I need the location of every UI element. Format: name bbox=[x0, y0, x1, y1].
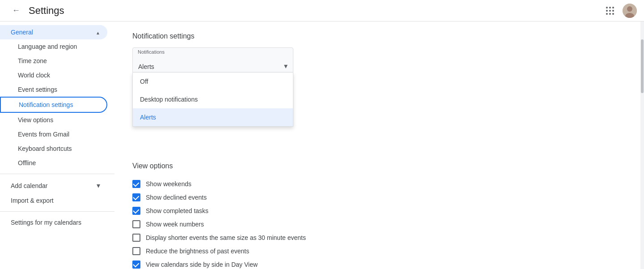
sidebar-import-export[interactable]: Import & export bbox=[0, 193, 107, 208]
dropdown-chevron-icon bbox=[284, 62, 288, 70]
sidebar-item-notification-settings[interactable]: Notification settings bbox=[0, 97, 107, 113]
sidebar-general-header[interactable]: General bbox=[0, 25, 107, 39]
checkbox-label-side-by-side: View calendars side by side in Day View bbox=[146, 261, 258, 268]
page-title: Settings bbox=[29, 5, 64, 17]
checkbox-side-by-side[interactable] bbox=[132, 260, 140, 269]
view-options-title: View options bbox=[132, 162, 623, 170]
checkbox-row-show-week-numbers: Show week numbers bbox=[132, 218, 623, 231]
sidebar-item-language-region[interactable]: Language and region bbox=[0, 39, 107, 54]
checkbox-show-week-numbers[interactable] bbox=[132, 220, 140, 228]
body-layout: General Language and region Time zone Wo… bbox=[0, 21, 644, 269]
checkbox-reduce-brightness[interactable] bbox=[132, 247, 140, 255]
checkbox-label-show-completed: Show completed tasks bbox=[146, 207, 208, 214]
header-left: Settings bbox=[7, 2, 64, 20]
scrollbar[interactable] bbox=[640, 21, 644, 269]
scrollbar-thumb[interactable] bbox=[641, 39, 644, 93]
notifications-dropdown-wrapper: Notifications Alerts Off Desktop notific… bbox=[132, 47, 293, 73]
avatar[interactable] bbox=[623, 4, 637, 18]
checkbox-show-declined[interactable] bbox=[132, 193, 140, 201]
view-options-section: View options Show weekends Show declined… bbox=[132, 162, 623, 269]
chevron-up-icon bbox=[96, 29, 100, 36]
back-button[interactable] bbox=[7, 2, 25, 20]
sidebar-divider-2 bbox=[0, 211, 114, 212]
checkbox-label-reduce-brightness: Reduce the brightness of past events bbox=[146, 248, 249, 255]
checkbox-label-show-weekends: Show weekends bbox=[146, 180, 191, 188]
back-arrow-icon bbox=[12, 6, 20, 15]
checkbox-label-show-week-numbers: Show week numbers bbox=[146, 221, 204, 228]
dropdown-option-off[interactable]: Off bbox=[133, 73, 293, 90]
checkbox-row-reduce-brightness: Reduce the brightness of past events bbox=[132, 244, 623, 258]
sidebar-general-label: General bbox=[11, 29, 33, 36]
checkbox-row-show-completed: Show completed tasks bbox=[132, 204, 623, 218]
checkbox-row-show-declined: Show declined events bbox=[132, 191, 623, 204]
google-apps-button[interactable] bbox=[601, 2, 619, 20]
svg-point-1 bbox=[627, 6, 632, 12]
header-right bbox=[601, 2, 637, 20]
dropdown-option-alerts[interactable]: Alerts bbox=[133, 108, 293, 126]
dropdown-options-list: Off Desktop notifications Alerts bbox=[132, 73, 293, 127]
notification-settings-section: Notification settings Notifications Aler… bbox=[132, 32, 623, 73]
chevron-down-icon bbox=[97, 181, 100, 190]
checkbox-row-side-by-side: View calendars side by side in Day View bbox=[132, 258, 623, 269]
notification-settings-title: Notification settings bbox=[132, 32, 623, 40]
checkbox-show-weekends[interactable] bbox=[132, 180, 140, 188]
grid-dots-icon bbox=[606, 7, 614, 15]
dropdown-option-desktop[interactable]: Desktop notifications bbox=[133, 90, 293, 108]
checkbox-show-completed[interactable] bbox=[132, 207, 140, 215]
checkbox-row-shorter-events: Display shorter events the same size as … bbox=[132, 231, 623, 244]
sidebar: General Language and region Time zone Wo… bbox=[0, 21, 114, 269]
main-content: Notification settings Notifications Aler… bbox=[114, 21, 640, 269]
checkbox-label-shorter-events: Display shorter events the same size as … bbox=[146, 234, 306, 241]
dropdown-selected-value: Alerts bbox=[138, 63, 154, 70]
notifications-dropdown[interactable]: Notifications Alerts bbox=[132, 47, 293, 73]
sidebar-item-time-zone[interactable]: Time zone bbox=[0, 54, 107, 68]
header: Settings bbox=[0, 0, 644, 21]
avatar-image bbox=[623, 4, 637, 18]
sidebar-my-calendars-header[interactable]: Settings for my calendars bbox=[0, 215, 114, 230]
sidebar-add-calendar[interactable]: Add calendar bbox=[0, 178, 107, 193]
sidebar-item-keyboard-shortcuts[interactable]: Keyboard shortcuts bbox=[0, 141, 107, 156]
sidebar-divider bbox=[0, 174, 114, 174]
checkbox-row-show-weekends: Show weekends bbox=[132, 177, 623, 191]
sidebar-item-world-clock[interactable]: World clock bbox=[0, 68, 107, 82]
sidebar-item-view-options[interactable]: View options bbox=[0, 113, 107, 127]
checkbox-label-show-declined: Show declined events bbox=[146, 194, 207, 201]
sidebar-item-offline[interactable]: Offline bbox=[0, 156, 107, 170]
checkbox-shorter-events[interactable] bbox=[132, 234, 140, 242]
dropdown-label: Notifications bbox=[138, 49, 165, 55]
sidebar-item-event-settings[interactable]: Event settings bbox=[0, 82, 107, 97]
sidebar-item-events-from-gmail[interactable]: Events from Gmail bbox=[0, 127, 107, 141]
